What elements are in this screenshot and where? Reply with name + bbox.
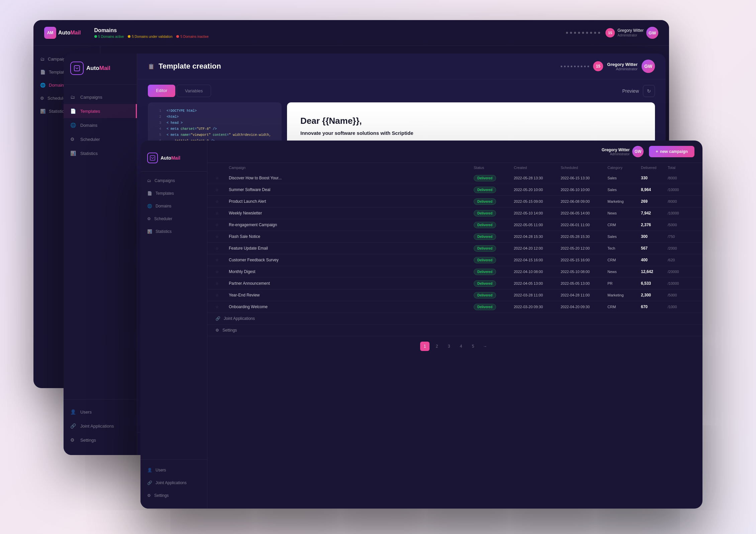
back-status-validation: 5 Domains under validation	[128, 35, 172, 38]
back-header: AM AutoMail Domains 5 Domains active 5 D…	[33, 20, 669, 46]
front-main: Gregory Witter Administrator GW + new ca…	[207, 141, 702, 509]
front-sidebar-settings[interactable]: ⚙ Settings	[140, 489, 207, 502]
front-logo-text: AutoMail	[161, 155, 180, 161]
table-row[interactable]: ☆ Product Launch Alert Delivered 2022-05…	[207, 196, 702, 207]
delivered-count: 670	[641, 304, 668, 309]
page-4-button[interactable]: 4	[456, 342, 466, 351]
front-settings-icon: ⚙	[147, 493, 151, 498]
row-star: ☆	[215, 223, 229, 227]
table-row[interactable]: ☆ Partner Announcement Delivered 2022-04…	[207, 278, 702, 289]
status-badge: Delivered	[474, 281, 514, 285]
mid-tabs: Editor Variables	[148, 85, 211, 97]
mid-campaigns-icon: 🗂	[70, 94, 76, 100]
front-sidebar-joint[interactable]: 🔗 Joint Applications	[140, 476, 207, 489]
mid-sidebar-settings[interactable]: ⚙ Settings	[64, 433, 137, 447]
table-row[interactable]: ☆ Customer Feedback Survey Delivered 202…	[207, 254, 702, 266]
page-3-button[interactable]: 3	[444, 342, 454, 351]
front-user-text: Gregory Witter Administrator	[601, 148, 630, 156]
mid-notification-badge: 15	[593, 61, 603, 71]
front-sidebar-statistics[interactable]: 📊 Statistics	[140, 225, 207, 238]
mid-sidebar-users[interactable]: 👤 Users	[64, 405, 137, 419]
page-5-button[interactable]: 5	[468, 342, 478, 351]
mid-sidebar-scheduler[interactable]: ⚙ Scheduler	[64, 132, 137, 146]
settings-icon: ⚙	[215, 328, 219, 333]
row-star: ☆	[215, 211, 229, 215]
mid-sidebar: AutoMail 🗂 Campaigns 📄 Templates 🌐 Domai…	[64, 54, 137, 455]
campaign-name: Year-End Review	[229, 293, 474, 297]
mid-sidebar-domains[interactable]: 🌐 Domains	[64, 118, 137, 132]
mid-topbar: 📋 Template creation 15 Gregory Witter Ad…	[137, 54, 666, 79]
mid-preview-controls: Preview ↻	[622, 85, 655, 97]
campaign-name: Re-engagement Campaign	[229, 222, 474, 227]
page-1-button[interactable]: 1	[420, 342, 430, 351]
table-row[interactable]: ☆ Discover How to Boost Your... Delivere…	[207, 172, 702, 184]
delivered-count: 400	[641, 258, 668, 262]
status-badge: Delivered	[474, 176, 514, 180]
refresh-button[interactable]: ↻	[643, 85, 655, 97]
code-line: 1 <!DOCTYPE html>	[148, 108, 282, 114]
front-sidebar-users[interactable]: 👤 Users	[140, 464, 207, 476]
delivered-count: 269	[641, 199, 668, 204]
active-dot	[94, 35, 97, 38]
tab-editor[interactable]: Editor	[148, 85, 175, 97]
table-row[interactable]: ☆ Flash Sale Notice Delivered 2022-04-28…	[207, 231, 702, 243]
table-row[interactable]: ☆ Summer Software Deal Delivered 2022-05…	[207, 184, 702, 196]
campaign-name: Flash Sale Notice	[229, 234, 474, 239]
front-domains-icon: 🌐	[147, 204, 152, 208]
code-line: 2 <html>	[148, 114, 282, 120]
front-user-info: Gregory Witter Administrator GW	[601, 146, 644, 157]
automail-logo-svg	[74, 65, 80, 72]
row-star: ☆	[215, 270, 229, 274]
table-row[interactable]: ☆ Monthly Digest Delivered 2022-04-10 08…	[207, 266, 702, 278]
delivered-count: 7,942	[641, 211, 668, 215]
table-row[interactable]: ☆ Weekly Newsletter Delivered 2022-05-10…	[207, 207, 702, 219]
row-star: ☆	[215, 305, 229, 309]
mid-joint-icon: 🔗	[70, 423, 76, 429]
joint-icon: 🔗	[215, 316, 220, 321]
mid-sidebar-campaigns[interactable]: 🗂 Campaigns	[64, 90, 137, 104]
tab-variables[interactable]: Variables	[177, 85, 211, 97]
mid-scheduler-icon: ⚙	[70, 137, 76, 142]
front-logo: AutoMail	[140, 147, 207, 172]
delivered-count: 6,533	[641, 281, 668, 286]
front-statistics-icon: 📊	[147, 229, 152, 234]
mid-sidebar-joint[interactable]: 🔗 Joint Applications	[64, 419, 137, 433]
table-header: Campaign Status Created Scheduled Catego…	[207, 163, 702, 172]
front-sidebar-campaigns[interactable]: 🗂 Campaigns	[140, 174, 207, 187]
mid-statistics-icon: 📊	[70, 151, 76, 156]
mid-logo-icon	[70, 62, 84, 75]
table-row[interactable]: ☆ Year-End Review Delivered 2022-03-28 1…	[207, 289, 702, 301]
campaigns-table-container[interactable]: Campaign Status Created Scheduled Catego…	[207, 163, 702, 504]
settings-row[interactable]: ⚙ Settings	[207, 325, 702, 336]
front-templates-icon: 📄	[147, 191, 152, 196]
table-row[interactable]: ☆ Re-engagement Campaign Delivered 2022-…	[207, 219, 702, 231]
table-row[interactable]: ☆ Feature Update Email Delivered 2022-04…	[207, 243, 702, 254]
joint-applications-row[interactable]: 🔗 Joint Applications	[207, 313, 702, 325]
templates-icon: 📄	[40, 70, 45, 75]
mid-sidebar-bottom: 👤 Users 🔗 Joint Applications ⚙ Settings	[64, 399, 137, 447]
preview-subtitle: Innovate your software solutions with Sc…	[300, 130, 642, 136]
mid-logo: AutoMail	[64, 62, 137, 85]
status-badge: Delivered	[474, 211, 514, 215]
front-joint-icon: 🔗	[147, 480, 152, 485]
statistics-icon: 📊	[40, 109, 45, 114]
mid-sidebar-templates[interactable]: 📄 Templates	[64, 104, 137, 118]
back-notification-badge: 15	[605, 28, 615, 37]
new-campaign-button[interactable]: + new campaign	[649, 146, 694, 157]
back-status-inactive: 5 Domains inactive	[176, 35, 208, 38]
status-badge: Delivered	[474, 235, 514, 239]
front-sidebar-scheduler[interactable]: ⚙ Scheduler	[140, 212, 207, 225]
page-2-button[interactable]: 2	[432, 342, 442, 351]
code-line: 4 < meta charset="UTF-8" />	[148, 126, 282, 132]
mid-user-info: Gregory Witter Administrator	[607, 62, 638, 71]
next-page-button[interactable]: →	[480, 342, 490, 351]
table-row[interactable]: ☆ Onboarding Welcome Delivered 2022-03-2…	[207, 301, 702, 313]
svg-rect-0	[74, 66, 80, 71]
front-topbar: Gregory Witter Administrator GW + new ca…	[207, 141, 702, 163]
scheduler-icon: ⚙	[40, 96, 44, 101]
front-content: AutoMail 🗂 Campaigns 📄 Templates 🌐 Domai…	[140, 141, 702, 509]
mid-sidebar-statistics[interactable]: 📊 Statistics	[64, 146, 137, 160]
front-sidebar-domains[interactable]: 🌐 Domains	[140, 200, 207, 212]
preview-greeting: Dear {{Name}},	[300, 116, 642, 126]
front-sidebar-templates[interactable]: 📄 Templates	[140, 187, 207, 200]
